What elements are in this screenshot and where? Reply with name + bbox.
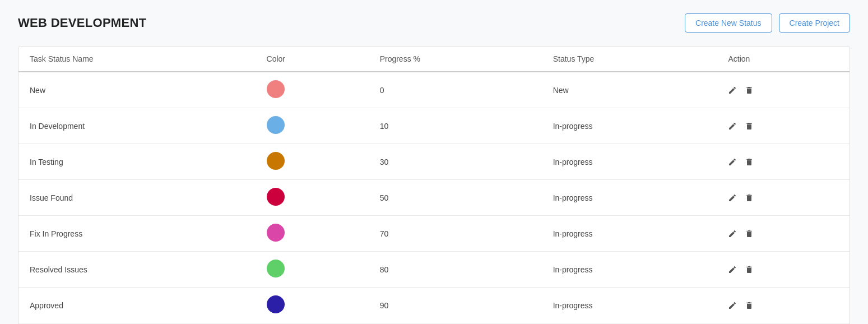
create-new-status-button[interactable]: Create New Status — [685, 13, 772, 33]
table-row: Approved90In-progress — [18, 288, 850, 323]
action-cell — [728, 86, 838, 95]
header-row: WEB DEVELOPMENT Create New Status Create… — [18, 13, 850, 33]
table-row: Resolved Issues80In-progress — [18, 252, 850, 288]
cell-status-type: In-progress — [542, 180, 717, 216]
edit-button[interactable] — [728, 86, 737, 95]
delete-button[interactable] — [745, 86, 754, 95]
cell-status-type: In-progress — [542, 288, 717, 323]
header-buttons: Create New Status Create Project — [685, 13, 850, 33]
table-row: In Testing30In-progress — [18, 144, 850, 180]
status-table: Task Status Name Color Progress % Status… — [18, 47, 850, 324]
cell-action — [717, 108, 850, 144]
delete-button[interactable] — [745, 265, 754, 274]
cell-status-type: In-progress — [542, 216, 717, 252]
delete-button[interactable] — [745, 158, 754, 166]
table-row: Issue Found50In-progress — [18, 180, 850, 216]
col-header-name: Task Status Name — [18, 47, 256, 72]
color-dot — [267, 152, 285, 170]
col-header-action: Action — [717, 47, 850, 72]
delete-button[interactable] — [745, 122, 754, 131]
delete-button[interactable] — [745, 301, 754, 310]
cell-action — [717, 180, 850, 216]
cell-status-type: In-progress — [542, 108, 717, 144]
col-header-status-type: Status Type — [542, 47, 717, 72]
cell-name: In Testing — [18, 144, 256, 180]
action-cell — [728, 193, 838, 202]
cell-action — [717, 252, 850, 288]
table-wrapper: Task Status Name Color Progress % Status… — [18, 46, 850, 324]
col-header-progress: Progress % — [369, 47, 542, 72]
page-container: WEB DEVELOPMENT Create New Status Create… — [0, 0, 868, 324]
cell-progress: 50 — [369, 180, 542, 216]
cell-color — [256, 108, 369, 144]
table-body: New0NewIn Development10In-progressIn Tes… — [18, 72, 850, 324]
delete-button[interactable] — [745, 229, 754, 238]
color-dot — [267, 80, 285, 98]
cell-action — [717, 288, 850, 323]
delete-button[interactable] — [745, 193, 754, 202]
cell-name: Approved — [18, 288, 256, 323]
cell-name: Issue Found — [18, 180, 256, 216]
action-cell — [728, 301, 838, 310]
cell-color — [256, 216, 369, 252]
edit-button[interactable] — [728, 158, 737, 166]
cell-color — [256, 288, 369, 323]
cell-name: Fix In Progress — [18, 216, 256, 252]
cell-status-type: In-progress — [542, 252, 717, 288]
action-cell — [728, 265, 838, 274]
edit-button[interactable] — [728, 229, 737, 238]
cell-status-type: New — [542, 72, 717, 108]
cell-action — [717, 216, 850, 252]
cell-color — [256, 180, 369, 216]
cell-progress: 30 — [369, 144, 542, 180]
action-cell — [728, 229, 838, 238]
edit-button[interactable] — [728, 193, 737, 202]
color-dot — [267, 260, 285, 277]
col-header-color: Color — [256, 47, 369, 72]
cell-color — [256, 252, 369, 288]
action-cell — [728, 158, 838, 166]
create-project-button[interactable]: Create Project — [779, 13, 850, 33]
edit-button[interactable] — [728, 122, 737, 131]
edit-button[interactable] — [728, 265, 737, 274]
cell-action — [717, 144, 850, 180]
table-row: In Development10In-progress — [18, 108, 850, 144]
color-dot — [267, 188, 285, 206]
cell-name: New — [18, 72, 256, 108]
edit-button[interactable] — [728, 301, 737, 310]
color-dot — [267, 224, 285, 242]
cell-progress: 70 — [369, 216, 542, 252]
cell-status-type: In-progress — [542, 144, 717, 180]
table-header: Task Status Name Color Progress % Status… — [18, 47, 850, 72]
cell-action — [717, 72, 850, 108]
table-row: Fix In Progress70In-progress — [18, 216, 850, 252]
color-dot — [267, 116, 285, 134]
page-title: WEB DEVELOPMENT — [18, 16, 146, 30]
cell-progress: 90 — [369, 288, 542, 323]
action-cell — [728, 122, 838, 131]
cell-color — [256, 144, 369, 180]
table-row: New0New — [18, 72, 850, 108]
cell-progress: 10 — [369, 108, 542, 144]
color-dot — [267, 295, 285, 313]
cell-progress: 80 — [369, 252, 542, 288]
cell-name: Resolved Issues — [18, 252, 256, 288]
cell-name: In Development — [18, 108, 256, 144]
cell-progress: 0 — [369, 72, 542, 108]
cell-color — [256, 72, 369, 108]
